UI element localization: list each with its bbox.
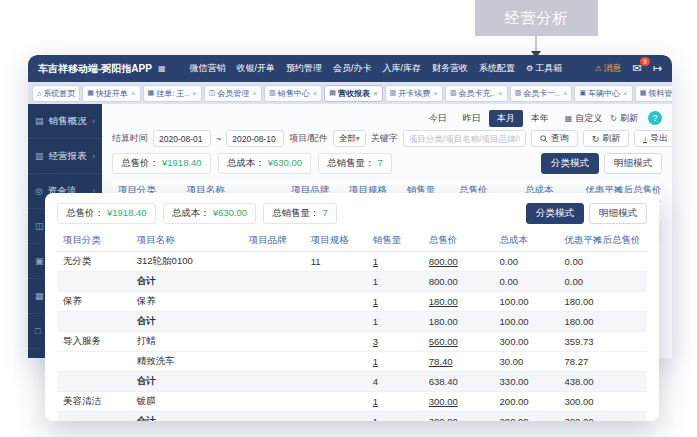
close-icon[interactable]: × (623, 89, 628, 98)
sidebar-item-2[interactable]: ▥经营报表› (28, 139, 102, 174)
tab-2[interactable]: ▦快捷开单× (82, 85, 140, 102)
tab-5[interactable]: ▥销售中心× (264, 85, 322, 102)
close-icon[interactable]: × (192, 89, 197, 98)
table-cell: 300.00 (423, 412, 494, 422)
search-button[interactable]: 查询 (531, 130, 578, 147)
mail-button[interactable]: ✉ 9 (633, 62, 642, 75)
nav-item-label: 入库/库存 (383, 62, 422, 75)
date-to-input[interactable] (226, 130, 284, 147)
tab-4[interactable]: ◫会员管理× (204, 85, 262, 102)
vehicle-center-icon: ▣ (579, 89, 586, 97)
export-button[interactable]: ↓ 导出 (634, 130, 672, 147)
table-cell: 保养 (57, 292, 131, 312)
tab-10[interactable]: ▣车辆中心× (574, 85, 632, 102)
search-label: 查询 (551, 132, 569, 145)
total-cost-chip: 总成本： ¥630.00 (218, 153, 311, 174)
keyword-input[interactable] (403, 130, 526, 147)
total-qty-label: 总销售量： (272, 207, 320, 220)
staff-icon: □ (35, 326, 40, 336)
quantity-link[interactable]: 1 (373, 396, 378, 407)
tab-6[interactable]: ▤营收报表× (324, 85, 382, 102)
price-link[interactable]: 180.00 (429, 296, 458, 307)
tab-9[interactable]: ▥会员卡一..× (510, 85, 573, 102)
category-mode-button[interactable]: 分类模式 (541, 153, 599, 174)
help-icon[interactable]: ? (648, 111, 662, 125)
subtotal-row: 合计1300.00200.00300.00 (57, 412, 647, 422)
table-cell: 180.00 (423, 312, 494, 332)
price-link[interactable]: 560.00 (429, 336, 458, 347)
table-row: 无分类312轮胎0100111800.000.000.00 (57, 252, 647, 272)
nav-item-5[interactable]: 入库/库存 (383, 62, 422, 75)
tab-8[interactable]: ▥会员卡充..× (445, 85, 508, 102)
category-select[interactable]: 全部 ▾ (333, 130, 366, 147)
close-icon[interactable]: × (313, 89, 318, 98)
tab-3[interactable]: ▦挂单: 王..× (143, 85, 202, 102)
nav-item-4[interactable]: 会员/办卡 (333, 62, 372, 75)
table-cell (243, 292, 305, 312)
close-icon[interactable]: × (131, 89, 136, 98)
preset-昨日[interactable]: 昨日 (455, 110, 489, 127)
table-cell (243, 312, 305, 332)
warning-icon: ⚠ (594, 64, 601, 73)
preset-本月[interactable]: 本月 (489, 110, 523, 127)
nav-item-2[interactable]: 收银/开单 (236, 62, 275, 75)
custom-date-button[interactable]: ▦ 自定义 (565, 112, 603, 125)
table-cell: 0.00 (494, 272, 559, 292)
date-from-input[interactable] (153, 130, 211, 147)
tab-7[interactable]: ▥开卡续费× (385, 85, 443, 102)
custom-date-label: 自定义 (575, 112, 602, 125)
nav-item-3[interactable]: 预约管理 (286, 62, 322, 75)
close-icon[interactable]: × (373, 89, 378, 98)
column-header: 销售量 (367, 230, 423, 252)
price-link[interactable]: 300.00 (429, 396, 458, 407)
quantity-link[interactable]: 3 (373, 336, 378, 347)
tab-label: 会员卡一.. (523, 88, 559, 99)
close-icon[interactable]: × (252, 89, 257, 98)
table-cell: 180.00 (558, 312, 647, 332)
table-cell (305, 352, 367, 372)
table-row: 保养保养1180.00100.00180.00 (57, 292, 647, 312)
close-icon[interactable]: × (433, 89, 438, 98)
table-cell (57, 312, 131, 332)
preset-今日[interactable]: 今日 (421, 110, 455, 127)
price-link[interactable]: 800.00 (429, 256, 458, 267)
total-cost-label: 总成本： (172, 207, 210, 220)
preset-本年[interactable]: 本年 (523, 110, 557, 127)
nav-item-6[interactable]: 财务营收 (432, 62, 468, 75)
nav-item-1[interactable]: 微信营销 (189, 62, 225, 75)
category-filter-label: 项目/配件 (289, 132, 328, 145)
nav-item-8[interactable]: ⚙工具箱 (526, 62, 562, 75)
table-cell: 1 (367, 392, 423, 412)
close-icon[interactable]: × (563, 89, 568, 98)
tab-1[interactable]: ⌂系统首页 (32, 85, 80, 102)
detail-mode-button[interactable]: 明细模式 (589, 203, 647, 224)
table-cell: 300.00 (558, 392, 647, 412)
logout-button[interactable]: ↦ (653, 62, 662, 75)
table-cell (305, 272, 367, 292)
quantity-link[interactable]: 1 (373, 296, 378, 307)
callout-stem-line (535, 36, 537, 52)
mode-switcher: 分类模式 明细模式 (526, 203, 647, 224)
quantity-link[interactable]: 1 (373, 356, 378, 367)
table-cell: 合计 (131, 372, 243, 392)
tab-bar: ⌂系统首页▦快捷开单×▦挂单: 王..×◫会员管理×▥销售中心×▤营收报表×▥开… (28, 82, 672, 104)
detail-mode-button[interactable]: 明细模式 (604, 153, 662, 174)
total-qty-chip: 总销售量： 7 (263, 203, 337, 224)
quantity-link[interactable]: 1 (373, 256, 378, 267)
table-cell (305, 392, 367, 412)
total-qty-label: 总销售量： (327, 157, 375, 170)
price-link[interactable]: 78.40 (429, 356, 453, 367)
refresh-button[interactable]: ↻ 刷新 (583, 130, 630, 147)
category-mode-button[interactable]: 分类模式 (526, 203, 584, 224)
materials-icon: ▦ (640, 89, 647, 97)
tab-11[interactable]: ▦领料管理× (635, 85, 672, 102)
messages-link[interactable]: ⚠ 消息 (594, 62, 621, 75)
close-icon[interactable]: × (498, 89, 503, 98)
nav-right-cluster: ⚠ 消息 ✉ 9 ↦ (594, 62, 662, 75)
card-renewal-icon: ▥ (390, 89, 397, 97)
refresh-link[interactable]: ↻ 刷新 (610, 112, 638, 125)
callout-tag: 经营分析 (475, 0, 598, 36)
tab-label: 系统首页 (43, 88, 75, 99)
sidebar-item-1[interactable]: ▤销售概况› (28, 104, 102, 139)
nav-item-7[interactable]: 系统配置 (479, 62, 515, 75)
